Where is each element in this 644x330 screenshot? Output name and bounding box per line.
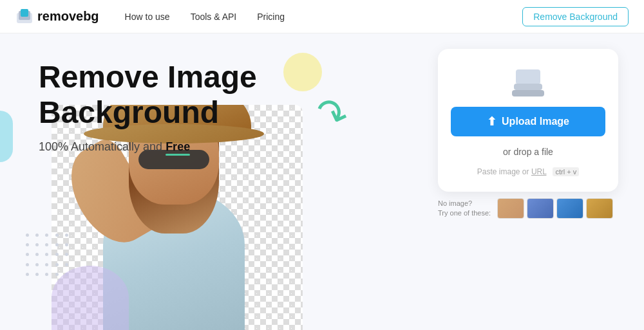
svg-rect-2 (21, 9, 28, 17)
logo[interactable]: removebg (15, 8, 99, 26)
logo-text: removebg (37, 9, 99, 24)
upload-image-button[interactable]: ⬆ Upload Image (451, 107, 605, 136)
main-content: Remove Image Background 100% Automatical… (0, 33, 644, 330)
nav-link-pricing[interactable]: Pricing (257, 12, 285, 22)
url-link[interactable]: URL (531, 167, 547, 176)
sample-thumb-laptop[interactable] (527, 198, 554, 219)
try-label: No image? Try one of these: (438, 199, 491, 219)
upload-card: ⬆ Upload Image or drop a file Paste imag… (438, 49, 618, 192)
paste-hint: Paste image or URL ctrl + v (477, 167, 579, 176)
sample-thumb-food[interactable] (586, 198, 613, 219)
logo-icon (15, 8, 33, 26)
stack-icon (509, 68, 547, 96)
hero-headline: Remove Image Background (39, 59, 412, 130)
hero-subheadline: 100% Automatically and Free (39, 140, 412, 154)
nav-links: How to use Tools & API Pricing (125, 12, 523, 22)
drop-file-label: or drop a file (503, 147, 553, 157)
sample-thumb-car[interactable] (556, 198, 583, 219)
hero-left: Remove Image Background 100% Automatical… (0, 33, 412, 330)
upload-icon: ⬆ (487, 115, 497, 129)
sample-image-list (497, 198, 613, 219)
navbar: removebg How to use Tools & API Pricing … (0, 0, 644, 33)
nav-link-how-to-use[interactable]: How to use (125, 12, 170, 22)
sample-images-section: No image? Try one of these: (438, 198, 618, 219)
nav-link-tools-api[interactable]: Tools & API (191, 12, 237, 22)
upload-panel: ⬆ Upload Image or drop a file Paste imag… (412, 33, 644, 330)
sample-thumb-person[interactable] (497, 198, 524, 219)
remove-background-nav-button[interactable]: Remove Background (522, 7, 629, 26)
